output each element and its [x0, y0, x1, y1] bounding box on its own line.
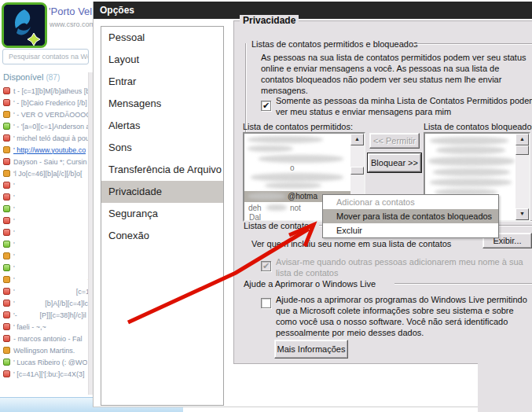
sidebar-item[interactable]: Segurança [101, 203, 223, 225]
contact-name: ' Lucas Ribeiro (: @WO [13, 359, 87, 366]
more-info-button[interactable]: Mais Informações [274, 340, 348, 359]
permit-button[interactable]: << Permitir [369, 133, 420, 149]
only-allowed-checkbox[interactable] [261, 101, 271, 111]
contact-name: ' [13, 288, 15, 296]
contact-row[interactable]: ' [c=41A]['[:bu:]c=4X(3] [0, 368, 100, 380]
sidebar-item[interactable]: Conexão [101, 225, 223, 247]
presence-status-icon [3, 300, 10, 307]
contact-name: - marcos antonio - Fal [13, 335, 83, 343]
contact-row[interactable]: Dayson - Saiu *; Cursin [0, 156, 100, 167]
scroll-thumb[interactable] [350, 167, 364, 175]
context-menu-item[interactable]: Excluir [323, 223, 498, 237]
contact-row[interactable]: ' faeli - ~,~ [0, 321, 100, 333]
allowed-item-fragment: o [290, 164, 295, 172]
contact-name: ' [13, 205, 15, 213]
contact-row[interactable]: ' [0, 191, 100, 203]
presence-status-icon [3, 311, 10, 318]
allowed-item-selected-text: @hotma [288, 192, 317, 200]
contact-row[interactable]: '- [P]][c=38]h[/c]il p l| [0, 309, 100, 321]
contact-row[interactable]: ' [0, 179, 100, 191]
contact-name: ' [13, 276, 15, 284]
contact-row[interactable]: ' [k [0, 250, 100, 262]
status-header[interactable]: Disponível (87) [3, 72, 60, 82]
contact-row[interactable]: Wellingson Martins. [0, 344, 100, 356]
contact-name: ' http://www.youtube.co [13, 146, 86, 154]
presence-status-icon [3, 323, 10, 330]
contact-name: ' - '[a=0][c=1]Anderson a [13, 123, 90, 131]
dialog-titlebar[interactable]: Opções [94, 2, 532, 19]
dialog-title: Opções [100, 5, 134, 16]
presence-status-icon [3, 359, 10, 366]
scroll-down-icon[interactable]: ▼ [515, 208, 529, 220]
context-menu: Adicionar a contatos Mover para lista de… [322, 194, 499, 238]
panel-heading: Privacidade [240, 15, 299, 26]
presence-status-icon [3, 276, 10, 283]
help-improve-checkbox[interactable] [261, 298, 271, 308]
contact-row[interactable]: ' michel teló daqui à pou [0, 132, 100, 144]
sidebar-item[interactable]: Entrar [101, 71, 223, 93]
contact-name: ' [13, 264, 15, 272]
sidebar-item[interactable]: Mensagens [101, 93, 223, 115]
presence-status-icon [3, 158, 10, 165]
contact-row[interactable]: ' [0, 203, 100, 215]
contact-row[interactable]: ' : [0, 226, 100, 238]
contact-row[interactable]: ' l [0, 238, 100, 250]
contact-row[interactable]: ' - '[a=0][c=1]Anderson a [0, 120, 100, 132]
user-avatar[interactable] [2, 2, 47, 48]
contact-name: Dayson - Saiu *; Cursin [13, 158, 87, 166]
contact-row[interactable]: 'l Jo[c=46][b]a[/c][/b]o[ [0, 167, 100, 179]
contact-list: t - [c=1][b]M[/b]atheus [b ' - [b]Caio F… [0, 85, 100, 380]
presence-status-icon [3, 229, 10, 236]
blocked-list-label: Lista de contatos bloqueados: [424, 122, 532, 133]
presence-status-icon [3, 264, 10, 271]
contact-count: (87) [46, 73, 60, 82]
avatar-logo-icon [4, 5, 45, 46]
contact-row[interactable]: ' Lucas Ribeiro (: @WO [0, 356, 100, 368]
website-text: www.csro.com [50, 20, 95, 28]
sidebar-item[interactable]: Sons [101, 137, 223, 159]
presence-status-icon [3, 252, 10, 259]
contact-name: ' [13, 241, 15, 248]
contact-row[interactable]: ' ★ : [0, 274, 100, 285]
sidebar-item[interactable]: Layout [101, 49, 223, 71]
contact-name: ' [13, 182, 15, 189]
search-input[interactable] [2, 49, 89, 64]
presence-status-icon [3, 99, 10, 106]
scroll-up-icon[interactable]: ▲ [350, 134, 364, 145]
contact-row[interactable]: ' [c=1][b [0, 285, 100, 297]
group-border [394, 283, 532, 284]
contact-row[interactable]: ' : [0, 215, 100, 226]
presence-status-icon [3, 193, 10, 200]
sidebar-item[interactable]: Alertas [101, 115, 223, 137]
contact-row[interactable]: - marcos antonio - Fal [0, 333, 100, 344]
screen: 'Porto Vel www.csro.com Disponível (87) … [0, 0, 532, 412]
group-contact-lists-title: Listas de contatos [244, 221, 314, 230]
contact-row[interactable]: ' - VER O VERDÃOOOOOC [0, 109, 100, 120]
context-menu-item[interactable]: Adicionar a contatos [323, 195, 498, 209]
scroll-thumb[interactable] [515, 145, 529, 155]
contact-row[interactable]: ' - [b]Caio Frederico [/b] l [0, 97, 100, 109]
presence-status-icon [3, 134, 10, 142]
blocked-list-scrollbar[interactable]: ▲ ▼ [515, 134, 529, 220]
scroll-up-icon[interactable]: ▲ [515, 134, 529, 145]
contact-row[interactable]: ' http://www.youtube.co [0, 144, 100, 156]
contact-row[interactable]: t - [c=1][b]M[/b]atheus [b [0, 85, 100, 97]
contact-name: ' [13, 229, 15, 237]
sidebar-item[interactable]: Transferência de Arquivo [101, 159, 223, 181]
contact-name: '- [13, 311, 17, 319]
contact-name: 'l Jo[c=46][b]a[/c][/b]o[ [13, 170, 83, 178]
sidebar-item[interactable]: Privacidade [101, 181, 223, 203]
presence-status-icon [3, 370, 10, 377]
status-label: Disponível [3, 72, 43, 82]
allowed-list-label: Lista de contatos permitidos: [243, 122, 353, 133]
contact-row[interactable]: ' [b]A[/b][c=4]lcax[ [0, 297, 100, 309]
contact-row[interactable]: ' H- [0, 262, 100, 274]
contact-name: ' [13, 217, 15, 225]
presence-status-icon [3, 347, 10, 354]
presence-status-icon [3, 335, 10, 342]
context-menu-item[interactable]: Mover para lista de contatos bloqueados [323, 209, 498, 223]
alert-checkbox[interactable] [261, 261, 271, 271]
contact-name: ' [13, 252, 15, 260]
sidebar-item[interactable]: Pessoal [101, 27, 223, 49]
block-button[interactable]: Bloquear >> [368, 153, 421, 172]
